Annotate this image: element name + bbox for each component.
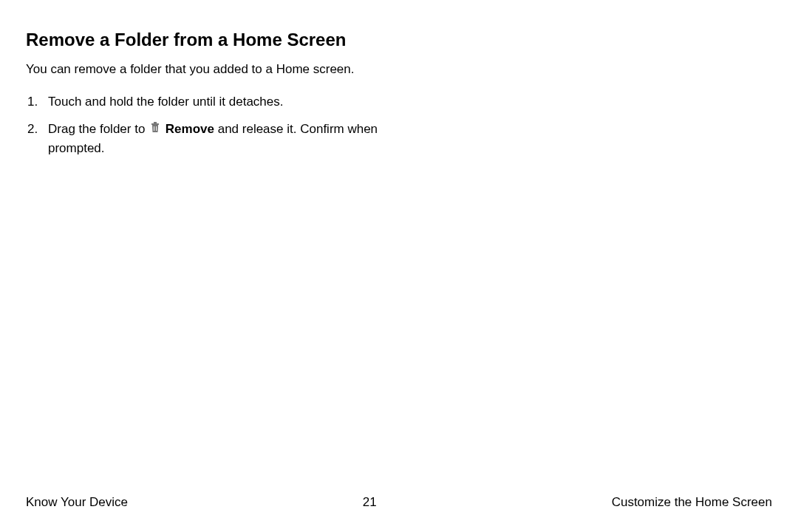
- section-description: You can remove a folder that you added t…: [26, 61, 395, 79]
- section-heading: Remove a Folder from a Home Screen: [26, 30, 395, 50]
- svg-rect-3: [156, 126, 157, 131]
- step-2-prefix: Drag the folder to: [48, 122, 149, 136]
- step-2-bold: Remove: [166, 122, 214, 136]
- step-2: Drag the folder to Remove and release it…: [26, 120, 395, 158]
- svg-rect-1: [154, 122, 157, 123]
- svg-rect-2: [154, 126, 154, 131]
- svg-rect-0: [151, 123, 159, 125]
- main-content: Remove a Folder from a Home Screen You c…: [26, 30, 395, 158]
- step-1-text: Touch and hold the folder until it detac…: [48, 95, 284, 109]
- steps-list: Touch and hold the folder until it detac…: [26, 92, 395, 158]
- step-1: Touch and hold the folder until it detac…: [26, 92, 395, 112]
- footer-right: Customize the Home Screen: [612, 495, 772, 510]
- footer-left: Know Your Device: [26, 495, 128, 510]
- footer-page-number: 21: [363, 495, 377, 510]
- trash-icon: [150, 120, 160, 139]
- page-footer: Know Your Device 21 Customize the Home S…: [26, 495, 772, 510]
